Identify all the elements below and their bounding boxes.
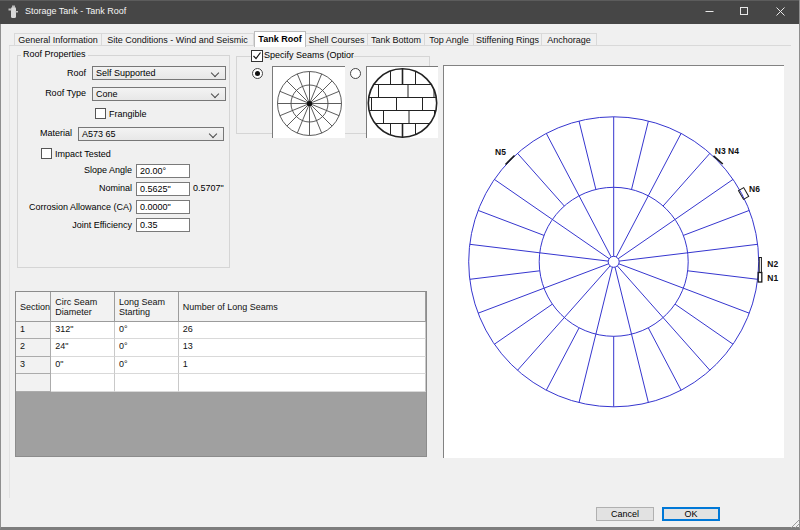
svg-text:N1: N1 — [767, 273, 778, 283]
svg-text:N2: N2 — [767, 259, 778, 269]
svg-text:N3 N4: N3 N4 — [715, 146, 739, 156]
svg-text:N5: N5 — [495, 147, 506, 157]
svg-text:N6: N6 — [749, 184, 760, 194]
